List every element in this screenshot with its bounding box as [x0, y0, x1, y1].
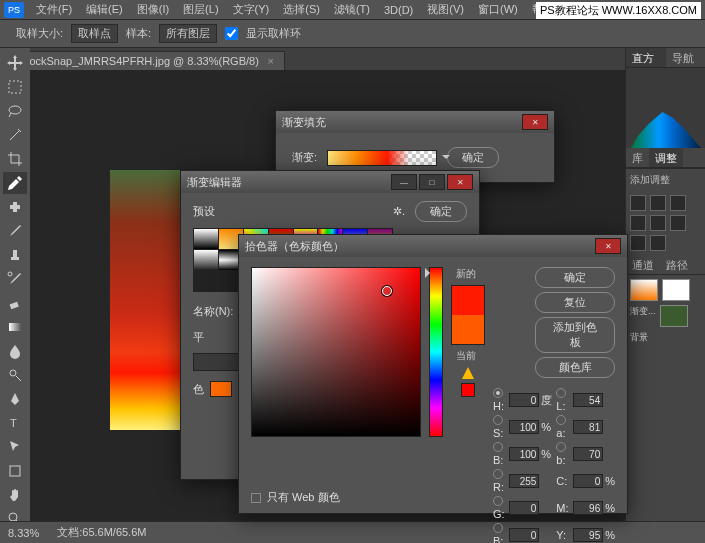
add-swatch-button[interactable]: 添加到色板: [535, 317, 615, 353]
menu-layer[interactable]: 图层(L): [177, 0, 224, 19]
hand-tool[interactable]: [3, 484, 27, 506]
pen-tool[interactable]: [3, 388, 27, 410]
history-brush-tool[interactable]: [3, 268, 27, 290]
brush-tool[interactable]: [3, 220, 27, 242]
radio-b[interactable]: [493, 442, 503, 452]
adj-icon[interactable]: [670, 215, 686, 231]
m-input[interactable]: [573, 501, 603, 515]
marquee-tool[interactable]: [3, 76, 27, 98]
tab-navigator[interactable]: 导航器: [666, 48, 706, 67]
menu-file[interactable]: 文件(F): [30, 0, 78, 19]
tab-adjustments[interactable]: 调整: [649, 148, 683, 167]
menu-filter[interactable]: 滤镜(T): [328, 0, 376, 19]
radio-h[interactable]: [493, 388, 503, 398]
s-input[interactable]: [509, 420, 539, 434]
path-select-tool[interactable]: [3, 436, 27, 458]
stamp-tool[interactable]: [3, 244, 27, 266]
close-icon[interactable]: ✕: [595, 238, 621, 254]
layer-name-background[interactable]: 背景: [630, 331, 648, 344]
lasso-tool[interactable]: [3, 100, 27, 122]
eyedropper-tool[interactable]: [3, 172, 27, 194]
layer-thumb-mask[interactable]: [662, 279, 690, 301]
menu-edit[interactable]: 编辑(E): [80, 0, 129, 19]
menu-view[interactable]: 视图(V): [421, 0, 470, 19]
menu-type[interactable]: 文字(Y): [227, 0, 276, 19]
gradient-swatch-dropdown[interactable]: [327, 150, 437, 166]
move-tool[interactable]: [3, 52, 27, 74]
l-input[interactable]: [573, 393, 603, 407]
hue-slider[interactable]: [429, 267, 443, 437]
new-current-swatch[interactable]: [451, 285, 485, 345]
h-input[interactable]: [509, 393, 539, 407]
radio-a[interactable]: [556, 415, 566, 425]
radio-s[interactable]: [493, 415, 503, 425]
ok-button[interactable]: 确定: [415, 201, 467, 222]
shape-tool[interactable]: [3, 460, 27, 482]
a-input[interactable]: [573, 420, 603, 434]
color-picker-titlebar[interactable]: 拾色器（色标颜色） ✕: [239, 235, 627, 257]
gradient-tool[interactable]: [3, 316, 27, 338]
r-input[interactable]: [509, 474, 539, 488]
ok-button[interactable]: 确定: [535, 267, 615, 288]
svg-rect-8: [9, 323, 21, 331]
layer-thumb-gradient[interactable]: [630, 279, 658, 301]
adj-icon[interactable]: [670, 195, 686, 211]
labb-input[interactable]: [573, 447, 603, 461]
color-libraries-button[interactable]: 颜色库: [535, 357, 615, 378]
close-icon[interactable]: ✕: [447, 174, 473, 190]
c-input[interactable]: [573, 474, 603, 488]
tab-channels[interactable]: 通道: [626, 255, 660, 274]
adj-icon[interactable]: [650, 215, 666, 231]
crop-tool[interactable]: [3, 148, 27, 170]
name-label: 名称(N):: [193, 304, 233, 319]
opt-show-ring-checkbox[interactable]: [225, 27, 238, 40]
adj-icon[interactable]: [650, 235, 666, 251]
maximize-icon[interactable]: □: [419, 174, 445, 190]
y-input[interactable]: [573, 528, 603, 542]
saturation-value-field[interactable]: [251, 267, 421, 437]
radio-l[interactable]: [556, 388, 566, 398]
reset-button[interactable]: 复位: [535, 292, 615, 313]
eraser-tool[interactable]: [3, 292, 27, 314]
menu-image[interactable]: 图像(I): [131, 0, 175, 19]
gradient-editor-titlebar[interactable]: 渐变编辑器 ― □ ✕: [181, 171, 479, 193]
blur-tool[interactable]: [3, 340, 27, 362]
tab-histogram[interactable]: 直方图: [626, 48, 666, 67]
adj-icon[interactable]: [630, 235, 646, 251]
websafe-swatch[interactable]: [461, 383, 475, 397]
bv-input[interactable]: [509, 447, 539, 461]
heal-tool[interactable]: [3, 196, 27, 218]
radio-r[interactable]: [493, 469, 503, 479]
ok-button[interactable]: 确定: [447, 147, 499, 168]
gamut-warning-icon[interactable]: [462, 367, 474, 379]
menu-window[interactable]: 窗口(W): [472, 0, 524, 19]
radio-lab-b[interactable]: [556, 442, 566, 452]
adj-icon[interactable]: [650, 195, 666, 211]
menu-3d[interactable]: 3D(D): [378, 2, 419, 18]
minimize-icon[interactable]: ―: [391, 174, 417, 190]
web-only-checkbox[interactable]: [251, 493, 261, 503]
adj-icon[interactable]: [630, 195, 646, 211]
tab-paths[interactable]: 路径: [660, 255, 694, 274]
opt-sample-select[interactable]: 所有图层: [159, 24, 217, 43]
opt-size-select[interactable]: 取样点: [71, 24, 118, 43]
type-tool[interactable]: T: [3, 412, 27, 434]
dodge-tool[interactable]: [3, 364, 27, 386]
gradient-fill-titlebar[interactable]: 渐变填充 ✕: [276, 111, 554, 133]
color-stop-swatch[interactable]: [210, 381, 232, 397]
gear-icon[interactable]: ✲.: [393, 205, 405, 218]
bb-input[interactable]: [509, 528, 539, 542]
close-icon[interactable]: ✕: [522, 114, 548, 130]
radio-g[interactable]: [493, 496, 503, 506]
wand-tool[interactable]: [3, 124, 27, 146]
close-icon[interactable]: ×: [268, 55, 274, 67]
g-input[interactable]: [509, 501, 539, 515]
layer-name-gradient[interactable]: 渐变...: [630, 305, 656, 327]
adj-icon[interactable]: [630, 215, 646, 231]
tab-libraries[interactable]: 库: [626, 148, 649, 167]
layer-thumb-background[interactable]: [660, 305, 688, 327]
menu-select[interactable]: 选择(S): [277, 0, 326, 19]
document-tab[interactable]: StockSnap_JMRRS4PFRH.jpg @ 8.33%(RGB/8) …: [8, 51, 285, 70]
radio-bb[interactable]: [493, 523, 503, 533]
status-zoom[interactable]: 8.33%: [8, 527, 39, 539]
